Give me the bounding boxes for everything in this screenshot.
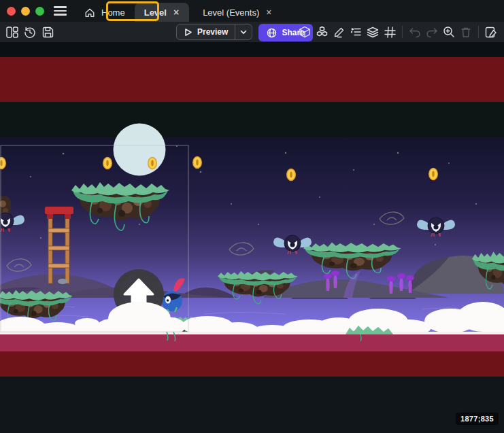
cursor-coordinates-badge: 1877;835 (456, 413, 499, 425)
night-sky-background[interactable] (0, 137, 504, 334)
preview-dropdown-button[interactable] (235, 30, 252, 35)
stone-on-island (58, 279, 67, 284)
trash-icon[interactable] (458, 24, 474, 40)
coin-6[interactable] (429, 168, 438, 180)
edit-pencil-icon[interactable] (331, 24, 347, 40)
editor-background-top (0, 42, 504, 57)
moon[interactable] (114, 124, 166, 176)
tab-home[interactable]: Home (75, 3, 135, 22)
tab-home-label: Home (101, 7, 125, 18)
coin-3[interactable] (148, 157, 157, 169)
tab-level-events[interactable]: Level (Events) × (193, 3, 282, 22)
scene-artwork (0, 42, 504, 433)
editor-background-bottom (0, 377, 504, 433)
tab-level[interactable]: Level × (135, 3, 189, 22)
history-icon[interactable] (22, 24, 38, 40)
preview-label: Preview (197, 27, 228, 37)
toolbar: Preview Share (0, 22, 504, 42)
close-window-button[interactable] (7, 7, 16, 16)
tab-level-label: Level (144, 7, 167, 18)
main-menu-icon[interactable] (54, 6, 67, 15)
play-icon (184, 28, 192, 37)
black-backdrop (0, 102, 504, 137)
maximize-window-button[interactable] (35, 7, 44, 16)
top-red-platform[interactable] (0, 57, 504, 102)
redo-icon[interactable] (424, 24, 440, 40)
chevron-down-icon (240, 30, 247, 35)
preview-button-main[interactable]: Preview (177, 27, 235, 37)
crimson-ground[interactable] (0, 334, 504, 351)
coin-2[interactable] (103, 157, 112, 169)
tab-strip: Home Level × Level (Events) × (75, 0, 282, 22)
home-icon (84, 7, 95, 18)
tab-level-events-close-icon[interactable]: × (265, 7, 272, 17)
preview-button[interactable]: Preview (176, 24, 252, 40)
globe-icon (267, 28, 277, 38)
object-groups-icon[interactable] (314, 24, 330, 40)
tab-level-events-label: Level (Events) (203, 7, 259, 18)
toggle-panels-icon[interactable] (4, 24, 20, 40)
save-icon[interactable] (39, 24, 56, 40)
minimize-window-button[interactable] (21, 7, 30, 16)
traffic-lights (7, 7, 44, 16)
scene-properties-icon[interactable] (483, 24, 499, 40)
tab-bar: Home Level × Level (Events) × (0, 0, 504, 22)
undo-icon[interactable] (407, 24, 423, 40)
objects-cube-icon[interactable] (297, 24, 313, 40)
coin-5[interactable] (286, 169, 296, 181)
coin-4[interactable] (192, 156, 202, 169)
layers-icon[interactable] (365, 24, 381, 40)
tab-level-close-icon[interactable]: × (173, 7, 180, 17)
bottom-red-platform[interactable] (0, 351, 504, 377)
gdevelop-window: Home Level × Level (Events) × (0, 0, 504, 433)
instances-list-icon[interactable] (348, 24, 364, 40)
scene-editor-canvas[interactable]: 1877;835 (0, 42, 504, 433)
white-strip (0, 332, 504, 334)
zoom-in-icon[interactable] (441, 24, 457, 40)
grid-icon[interactable] (382, 24, 398, 40)
